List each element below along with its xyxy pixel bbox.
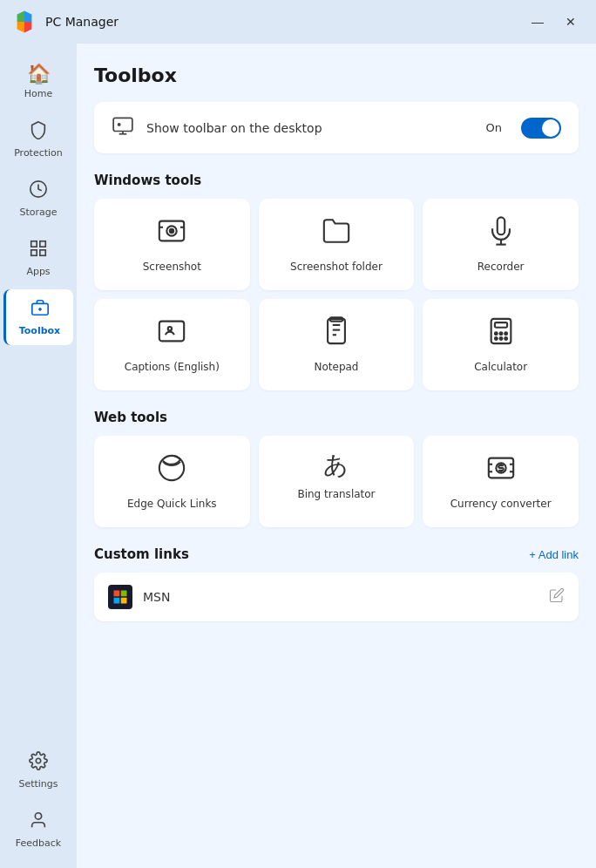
currency-converter-icon	[486, 453, 516, 487]
content-area: Toolbox Show toolbar on the desktop On W…	[77, 44, 596, 868]
close-button[interactable]: ✕	[558, 9, 584, 35]
app-logo	[12, 10, 37, 34]
sidebar-label-apps: Apps	[26, 266, 50, 277]
svg-rect-1	[31, 241, 37, 247]
tool-notepad[interactable]: Notepad	[259, 299, 415, 390]
sidebar-item-apps[interactable]: Apps	[3, 230, 73, 286]
recorder-icon	[486, 216, 516, 250]
sidebar-item-settings[interactable]: Settings	[3, 743, 73, 798]
apps-icon	[29, 239, 48, 262]
msn-favicon	[108, 585, 132, 609]
screenshot-folder-icon	[322, 216, 351, 250]
svg-rect-44	[114, 591, 120, 597]
tool-screenshot-folder[interactable]: Screenshot folder	[259, 199, 415, 290]
sidebar-label-toolbox: Toolbox	[19, 325, 60, 336]
msn-link-name: MSN	[143, 590, 538, 604]
tool-calculator[interactable]: Calculator	[423, 299, 579, 390]
minimize-button[interactable]: —	[525, 9, 551, 35]
svg-rect-2	[40, 241, 45, 247]
svg-point-13	[119, 124, 120, 125]
screenshot-label: Screenshot	[143, 261, 201, 273]
tool-edge-quick-links[interactable]: Edge Quick Links	[94, 436, 250, 527]
recorder-label: Recorder	[477, 261, 525, 273]
svg-rect-29	[495, 322, 507, 328]
toolbar-toggle-label: Show toolbar on the desktop	[146, 121, 474, 135]
svg-point-32	[505, 332, 507, 335]
sidebar-item-storage[interactable]: Storage	[3, 171, 73, 227]
notepad-label: Notepad	[314, 361, 358, 373]
svg-rect-45	[121, 591, 127, 597]
svg-rect-47	[121, 598, 127, 604]
tool-captions[interactable]: Captions (English)	[94, 299, 250, 390]
svg-rect-4	[40, 250, 45, 255]
sidebar-label-settings: Settings	[18, 778, 58, 790]
edit-msn-link-button[interactable]	[549, 587, 565, 607]
tool-currency-converter[interactable]: Currency converter	[423, 436, 579, 527]
svg-rect-10	[113, 118, 132, 131]
page-title: Toolbox	[94, 64, 579, 86]
custom-links-header: Custom links + Add link	[94, 546, 579, 562]
svg-point-31	[499, 332, 502, 335]
svg-rect-46	[114, 598, 120, 604]
svg-point-9	[35, 813, 41, 819]
captions-icon	[157, 316, 186, 350]
toolbar-toggle-switch[interactable]	[521, 118, 561, 139]
toolbox-icon	[30, 298, 50, 322]
sidebar-label-home: Home	[24, 88, 52, 99]
sidebar-item-home[interactable]: 🏠 Home	[3, 54, 73, 108]
sidebar-label-protection: Protection	[14, 147, 63, 159]
feedback-icon	[29, 810, 48, 834]
storage-icon	[29, 180, 48, 203]
calculator-label: Calculator	[474, 361, 527, 373]
custom-link-msn: MSN	[94, 573, 579, 621]
svg-rect-23	[328, 319, 345, 343]
svg-point-22	[168, 327, 172, 330]
edge-quick-links-label: Edge Quick Links	[127, 498, 217, 510]
svg-point-33	[495, 337, 498, 340]
tool-bing-translator[interactable]: あ Bing translator	[259, 436, 415, 527]
home-icon: 🏠	[27, 63, 51, 85]
web-tools-header: Web tools	[94, 410, 579, 425]
toolbar-icon	[112, 114, 134, 141]
captions-label: Captions (English)	[125, 361, 220, 373]
screenshot-icon	[157, 216, 186, 250]
sidebar-item-protection[interactable]: Protection	[3, 112, 73, 167]
tool-screenshot[interactable]: Screenshot	[94, 199, 250, 290]
web-tools-grid: Edge Quick Links あ Bing translator	[94, 436, 579, 527]
svg-point-30	[495, 332, 498, 335]
toolbar-toggle-row: Show toolbar on the desktop On	[94, 102, 579, 153]
svg-point-34	[499, 337, 502, 340]
sidebar: 🏠 Home Protection Storage	[0, 44, 77, 868]
settings-icon	[29, 751, 48, 775]
sidebar-label-storage: Storage	[19, 207, 57, 218]
protection-icon	[29, 120, 48, 144]
bing-translator-icon: あ	[323, 453, 349, 478]
svg-point-35	[505, 337, 507, 340]
title-bar: PC Manager — ✕	[0, 0, 596, 44]
sidebar-label-feedback: Feedback	[16, 837, 61, 849]
screenshot-folder-label: Screenshot folder	[290, 261, 383, 273]
sidebar-item-feedback[interactable]: Feedback	[3, 802, 73, 858]
svg-rect-3	[31, 250, 37, 255]
currency-converter-label: Currency converter	[450, 498, 552, 510]
app-title: PC Manager	[45, 15, 516, 29]
sidebar-item-toolbox[interactable]: Toolbox	[3, 289, 73, 345]
window-controls: — ✕	[525, 9, 584, 35]
toggle-status-label: On	[486, 121, 502, 134]
bing-translator-label: Bing translator	[297, 488, 375, 500]
windows-tools-header: Windows tools	[94, 173, 579, 188]
edge-icon	[157, 453, 186, 487]
calculator-icon	[486, 316, 516, 350]
svg-point-16	[170, 229, 173, 233]
main-layout: 🏠 Home Protection Storage	[0, 44, 596, 868]
tool-recorder[interactable]: Recorder	[423, 199, 579, 290]
custom-links-title: Custom links	[94, 546, 189, 562]
svg-point-8	[36, 758, 41, 763]
notepad-icon	[322, 316, 351, 350]
add-link-button[interactable]: + Add link	[529, 548, 579, 561]
windows-tools-grid: Screenshot Screenshot folder	[94, 199, 579, 390]
